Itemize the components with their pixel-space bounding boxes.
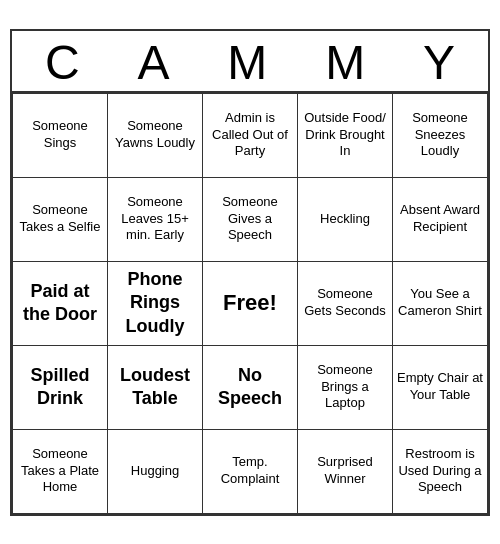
title-letter: M [325, 39, 365, 87]
bingo-cell-r4c1: Spilled Drink [13, 346, 108, 430]
bingo-cell-r3c3: Free! [203, 262, 298, 346]
bingo-cell-r4c4: Someone Brings a Laptop [298, 346, 393, 430]
bingo-cell-r2c1: Someone Takes a Selfie [13, 178, 108, 262]
bingo-cell-r1c3: Admin is Called Out of Party [203, 94, 298, 178]
title-letter: C [45, 39, 80, 87]
bingo-cell-r5c5: Restroom is Used During a Speech [393, 430, 488, 514]
bingo-cell-r4c2: Loudest Table [108, 346, 203, 430]
bingo-cell-r1c1: Someone Sings [13, 94, 108, 178]
bingo-cell-r3c1: Paid at the Door [13, 262, 108, 346]
bingo-cell-r4c5: Empty Chair at Your Table [393, 346, 488, 430]
bingo-cell-r3c2: Phone Rings Loudly [108, 262, 203, 346]
title-letter: Y [423, 39, 455, 87]
bingo-cell-r3c5: You See a Cameron Shirt [393, 262, 488, 346]
bingo-cell-r1c2: Someone Yawns Loudly [108, 94, 203, 178]
bingo-cell-r1c4: Outside Food/ Drink Brought In [298, 94, 393, 178]
bingo-grid: Someone SingsSomeone Yawns LoudlyAdmin i… [12, 93, 488, 514]
bingo-cell-r4c3: No Speech [203, 346, 298, 430]
bingo-cell-r2c4: Heckling [298, 178, 393, 262]
title-letter: A [137, 39, 169, 87]
bingo-cell-r2c2: Someone Leaves 15+ min. Early [108, 178, 203, 262]
bingo-title: CAMMY [12, 31, 488, 93]
bingo-card: CAMMY Someone SingsSomeone Yawns LoudlyA… [10, 29, 490, 516]
bingo-cell-r1c5: Someone Sneezes Loudly [393, 94, 488, 178]
bingo-cell-r5c2: Hugging [108, 430, 203, 514]
title-letter: M [227, 39, 267, 87]
bingo-cell-r5c3: Temp. Complaint [203, 430, 298, 514]
bingo-cell-r5c1: Someone Takes a Plate Home [13, 430, 108, 514]
bingo-cell-r2c3: Someone Gives a Speech [203, 178, 298, 262]
bingo-cell-r5c4: Surprised Winner [298, 430, 393, 514]
bingo-cell-r2c5: Absent Award Recipient [393, 178, 488, 262]
bingo-cell-r3c4: Someone Gets Seconds [298, 262, 393, 346]
